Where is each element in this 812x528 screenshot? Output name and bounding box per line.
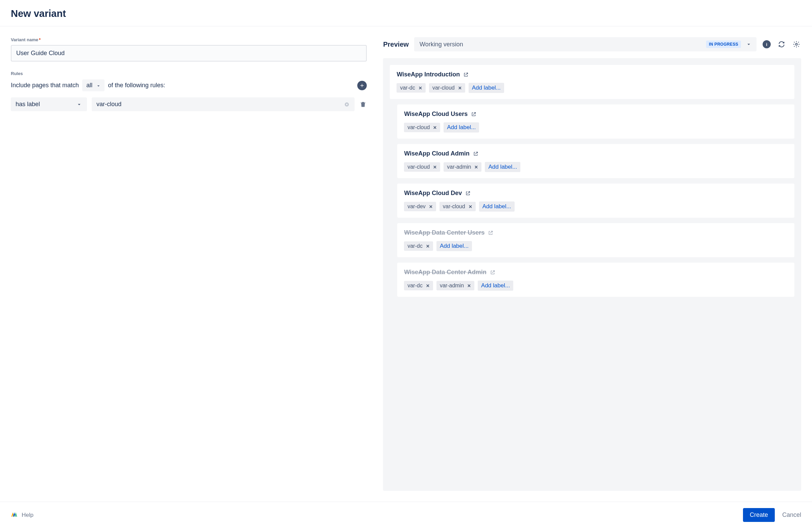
external-link-icon[interactable] xyxy=(471,111,476,117)
label-chip: var-dc✕ xyxy=(404,241,433,251)
label-chip: var-dev✕ xyxy=(404,202,436,211)
remove-label-icon[interactable]: ✕ xyxy=(426,244,430,249)
external-link-icon[interactable] xyxy=(490,270,495,275)
page-card: WiseApp Cloud Adminvar-cloud✕var-admin✕A… xyxy=(397,144,794,178)
rule-suffix-text: of the following rules: xyxy=(108,82,165,89)
remove-label-icon[interactable]: ✕ xyxy=(433,165,437,170)
remove-label-icon[interactable]: ✕ xyxy=(458,86,462,91)
page-card: WiseApp Introductionvar-dc✕var-cloud✕Add… xyxy=(390,65,794,99)
status-badge: IN PROGRESS xyxy=(706,41,741,48)
page-card-title: WiseApp Cloud Users xyxy=(404,110,788,118)
page-card: WiseApp Data Center Usersvar-dc✕Add labe… xyxy=(397,223,794,257)
variant-name-label: Variant name* xyxy=(11,37,367,42)
label-chip: var-cloud✕ xyxy=(439,202,476,211)
add-label-button[interactable]: Add label... xyxy=(478,281,513,291)
match-mode-select[interactable]: all xyxy=(82,79,104,91)
remove-label-icon[interactable]: ✕ xyxy=(426,283,430,288)
page-card: WiseApp Cloud Usersvar-cloud✕Add label..… xyxy=(397,104,794,139)
label-chip: var-cloud✕ xyxy=(404,123,440,132)
rule-prefix-text: Include pages that match xyxy=(11,82,79,89)
page-card-title: WiseApp Introduction xyxy=(396,71,788,78)
help-icon xyxy=(11,511,18,519)
page-card-title: WiseApp Data Center Users xyxy=(404,229,788,236)
label-chip: var-admin✕ xyxy=(436,281,474,290)
page-card-title: WiseApp Data Center Admin xyxy=(404,269,788,276)
label-chip: var-dc✕ xyxy=(404,281,433,290)
remove-label-icon[interactable]: ✕ xyxy=(429,204,433,209)
external-link-icon[interactable] xyxy=(463,72,468,77)
preview-title: Preview xyxy=(383,41,409,48)
help-link[interactable]: Help xyxy=(11,511,33,519)
add-label-button[interactable]: Add label... xyxy=(485,162,520,172)
label-chip: var-cloud✕ xyxy=(429,83,465,93)
page-card-title: WiseApp Cloud Admin xyxy=(404,150,788,157)
page-title: New variant xyxy=(11,8,801,19)
remove-label-icon[interactable]: ✕ xyxy=(419,86,422,91)
add-label-button[interactable]: Add label... xyxy=(468,83,504,93)
preview-body: WiseApp Introductionvar-dc✕var-cloud✕Add… xyxy=(383,58,801,491)
page-card: WiseApp Cloud Devvar-dev✕var-cloud✕Add l… xyxy=(397,183,794,218)
add-label-button[interactable]: Add label... xyxy=(436,241,472,251)
page-card-title: WiseApp Cloud Dev xyxy=(404,190,788,197)
rule-value-input[interactable]: var-cloud xyxy=(92,97,354,111)
external-link-icon[interactable] xyxy=(488,230,493,236)
page-card: WiseApp Data Center Adminvar-dc✕var-admi… xyxy=(397,263,794,297)
remove-label-icon[interactable]: ✕ xyxy=(433,125,437,130)
add-label-button[interactable]: Add label... xyxy=(479,201,514,212)
version-select[interactable]: Working version IN PROGRESS xyxy=(414,37,756,51)
add-label-button[interactable]: Add label... xyxy=(444,122,479,133)
label-chip: var-dc✕ xyxy=(396,83,425,93)
settings-button[interactable] xyxy=(792,40,801,49)
label-chip: var-admin✕ xyxy=(444,162,481,172)
rules-label: Rules xyxy=(11,71,367,76)
label-chip: var-cloud✕ xyxy=(404,162,440,172)
add-rule-button[interactable] xyxy=(357,81,367,90)
info-button[interactable]: i xyxy=(762,40,771,49)
chevron-down-icon xyxy=(746,41,752,47)
chevron-down-icon xyxy=(76,102,82,107)
remove-label-icon[interactable]: ✕ xyxy=(474,165,478,170)
chevron-down-icon xyxy=(96,83,101,88)
svg-point-1 xyxy=(795,43,797,45)
info-icon: i xyxy=(763,40,771,48)
remove-label-icon[interactable]: ✕ xyxy=(468,204,472,209)
delete-rule-button[interactable] xyxy=(359,101,367,108)
refresh-button[interactable] xyxy=(777,40,786,49)
external-link-icon[interactable] xyxy=(473,151,478,156)
remove-label-icon[interactable]: ✕ xyxy=(467,283,471,288)
cancel-button[interactable]: Cancel xyxy=(782,511,801,518)
rule-condition-select[interactable]: has label xyxy=(11,97,87,111)
external-link-icon[interactable] xyxy=(465,191,470,196)
create-button[interactable]: Create xyxy=(743,508,775,522)
variant-name-input[interactable] xyxy=(11,45,367,61)
clear-icon[interactable] xyxy=(344,102,350,107)
